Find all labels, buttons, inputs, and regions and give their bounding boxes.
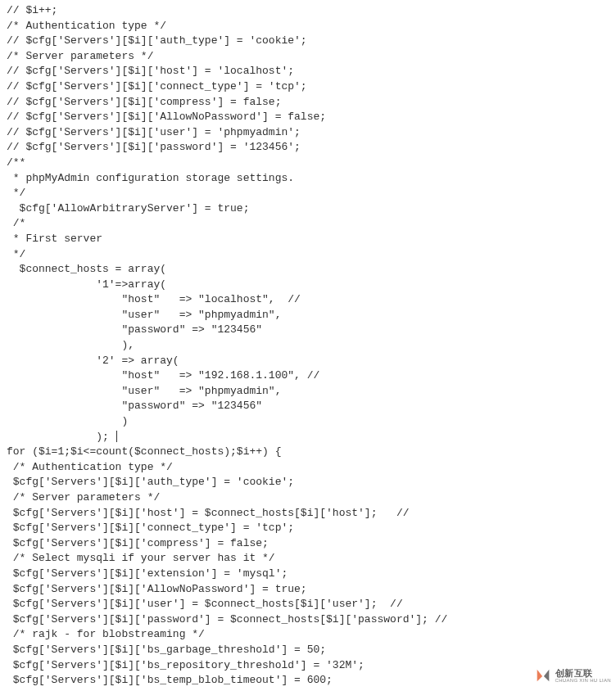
code-line: $cfg['AllowArbitraryServer'] = true; [7, 202, 249, 215]
code-line: ); [7, 431, 117, 443]
text-cursor-icon [116, 431, 117, 442]
code-line: $cfg['Servers'][$i]['extension'] = 'mysq… [7, 567, 288, 580]
code-line: $cfg['Servers'][$i]['bs_repository_thres… [7, 659, 365, 671]
code-line: * phpMyAdmin configuration storage setti… [7, 172, 294, 184]
watermark-text-cn: 创新互联 [555, 669, 611, 678]
code-line: $cfg['Servers'][$i]['AllowNoPassword'] =… [7, 583, 307, 595]
watermark-logo-icon [534, 666, 552, 684]
code-line: $cfg['Servers'][$i]['auth_type'] = 'cook… [7, 476, 294, 488]
code-line: /* Server parameters */ [7, 491, 160, 504]
code-line: // $cfg['Servers'][$i]['connect_type'] =… [7, 80, 307, 93]
code-line: // $cfg['Servers'][$i]['password'] = '12… [7, 141, 301, 153]
code-line: $connect_hosts = array( [7, 263, 166, 275]
code-line: // $cfg['Servers'][$i]['host'] = 'localh… [7, 65, 294, 77]
code-line: /** [7, 156, 25, 169]
code-line: '2' => array( [7, 355, 179, 367]
code-line: $cfg['Servers'][$i]['connect_type'] = 't… [7, 522, 294, 534]
code-line: "user" => "phpmyadmin", [7, 385, 281, 397]
code-line: "host" => "192.168.1.100", // [7, 369, 319, 382]
code-line: /* Server parameters */ [7, 50, 153, 62]
code-line: $cfg['Servers'][$i]['compress'] = false; [7, 537, 269, 549]
code-line: */ [7, 187, 25, 199]
code-line: "user" => "phpmyadmin", [7, 309, 281, 321]
code-line: $cfg['Servers'][$i]['bs_temp_blob_timeou… [7, 674, 333, 686]
code-line: // $i++; [7, 4, 57, 16]
code-line: ), [7, 339, 134, 351]
watermark: 创新互联 CHUANG XIN HU LIAN [534, 666, 611, 684]
code-line: */ [7, 248, 25, 260]
code-line: // $cfg['Servers'][$i]['AllowNoPassword'… [7, 111, 326, 123]
code-line: ) [7, 415, 128, 427]
code-line: /* Authentication type */ [7, 461, 173, 473]
code-line: /* Select mysqli if your server has it *… [7, 552, 275, 564]
code-line: $cfg['Servers'][$i]['host'] = $connect_h… [7, 507, 409, 519]
code-line: /* Authentication type */ [7, 20, 166, 32]
code-line: // $cfg['Servers'][$i]['auth_type'] = 'c… [7, 34, 307, 47]
code-line: * First server [7, 233, 102, 245]
code-line: // $cfg['Servers'][$i]['compress'] = fal… [7, 96, 281, 108]
watermark-text-pinyin: CHUANG XIN HU LIAN [555, 678, 611, 683]
code-line: '1'=>array( [7, 278, 166, 291]
code-line: "host" => "localhost", // [7, 293, 301, 305]
code-line: /* [7, 217, 25, 229]
code-line: $cfg['Servers'][$i]['bs_garbage_threshol… [7, 644, 326, 656]
code-line: $cfg['Servers'][$i]['password'] = $conne… [7, 613, 447, 626]
code-line: $cfg['Servers'][$i]['user'] = $connect_h… [7, 598, 403, 610]
code-line: "password" => "123456" [7, 323, 262, 336]
code-line: "password" => "123456" [7, 400, 262, 412]
code-block: // $i++; /* Authentication type */ // $c… [0, 0, 616, 691]
code-line: // $cfg['Servers'][$i]['user'] = 'phpmya… [7, 126, 301, 138]
code-line: /* rajk - for blobstreaming */ [7, 628, 205, 640]
code-line: for ($i=1;$i<=count($connect_hosts);$i++… [7, 445, 281, 458]
